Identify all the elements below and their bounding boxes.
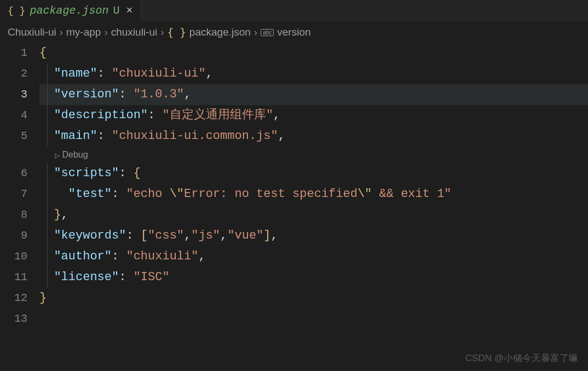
code-line[interactable]: "main": "chuxiuli-ui.common.js", bbox=[39, 126, 588, 147]
chevron-right-icon: › bbox=[254, 26, 257, 38]
line-number: 2 bbox=[0, 63, 27, 84]
json-file-icon: { } bbox=[168, 26, 186, 38]
breadcrumb-item[interactable]: Chuxiuli-ui bbox=[8, 26, 56, 38]
code-line[interactable]: }, bbox=[39, 205, 588, 225]
line-number: 11 bbox=[0, 267, 27, 288]
line-number: 10 bbox=[0, 246, 27, 267]
tab-filename: package.json bbox=[30, 4, 108, 17]
code-line[interactable]: "name": "chuxiuli-ui", bbox=[39, 63, 588, 84]
breadcrumb-item[interactable]: package.json bbox=[189, 26, 251, 38]
line-number: 12 bbox=[0, 288, 27, 309]
line-number: 1 bbox=[0, 43, 27, 63]
code-line[interactable]: "description": "自定义通用组件库", bbox=[39, 105, 588, 126]
breadcrumb-item[interactable]: chuxiuli-ui bbox=[111, 26, 157, 38]
breadcrumb-item[interactable]: my-app bbox=[66, 26, 101, 38]
codelens-spacer bbox=[0, 147, 27, 163]
line-number: 6 bbox=[0, 163, 27, 184]
code-line[interactable] bbox=[39, 309, 588, 329]
breadcrumb-item[interactable]: version bbox=[277, 26, 310, 38]
chevron-right-icon: › bbox=[104, 26, 107, 38]
code-line[interactable]: "license": "ISC" bbox=[39, 267, 588, 288]
code-line[interactable]: { bbox=[39, 43, 588, 63]
line-number: 13 bbox=[0, 309, 27, 329]
code-line[interactable]: "keywords": ["css","js","vue"], bbox=[39, 225, 588, 246]
tab-bar: { } package.json U × bbox=[0, 0, 588, 22]
code-line[interactable]: "scripts": { bbox=[39, 163, 588, 184]
chevron-right-icon: › bbox=[160, 26, 164, 38]
string-symbol-icon: abc bbox=[261, 29, 274, 36]
breadcrumb[interactable]: Chuxiuli-ui › my-app › chuxiuli-ui › { }… bbox=[0, 22, 588, 43]
line-number: 3 bbox=[0, 84, 27, 105]
line-number: 8 bbox=[0, 205, 27, 225]
line-number-gutter: 1 2 3 4 5 6 7 8 9 10 11 12 13 bbox=[0, 43, 39, 329]
code-line[interactable]: "version": "1.0.3", bbox=[39, 84, 588, 105]
line-number: 4 bbox=[0, 105, 27, 126]
watermark-text: CSDN @小储今天暴富了嘛 bbox=[465, 352, 578, 364]
chevron-right-icon: › bbox=[60, 26, 63, 38]
close-icon[interactable]: × bbox=[124, 4, 135, 17]
code-line[interactable]: "author": "chuxiuli", bbox=[39, 246, 588, 267]
code-content[interactable]: { "name": "chuxiuli-ui", "version": "1.0… bbox=[39, 43, 588, 329]
line-number: 5 bbox=[0, 126, 27, 147]
editor-tab[interactable]: { } package.json U × bbox=[0, 0, 141, 21]
play-icon: ▷ bbox=[55, 152, 60, 159]
code-editor[interactable]: 1 2 3 4 5 6 7 8 9 10 11 12 13 { "name": … bbox=[0, 43, 588, 329]
debug-codelens[interactable]: ▷ Debug bbox=[39, 147, 588, 163]
json-file-icon: { } bbox=[8, 5, 25, 16]
line-number: 9 bbox=[0, 225, 27, 246]
tab-modified-indicator: U bbox=[113, 4, 119, 17]
line-number: 7 bbox=[0, 184, 27, 205]
code-line[interactable]: } bbox=[39, 288, 588, 309]
code-line[interactable]: "test": "echo \"Error: no test specified… bbox=[39, 184, 588, 205]
